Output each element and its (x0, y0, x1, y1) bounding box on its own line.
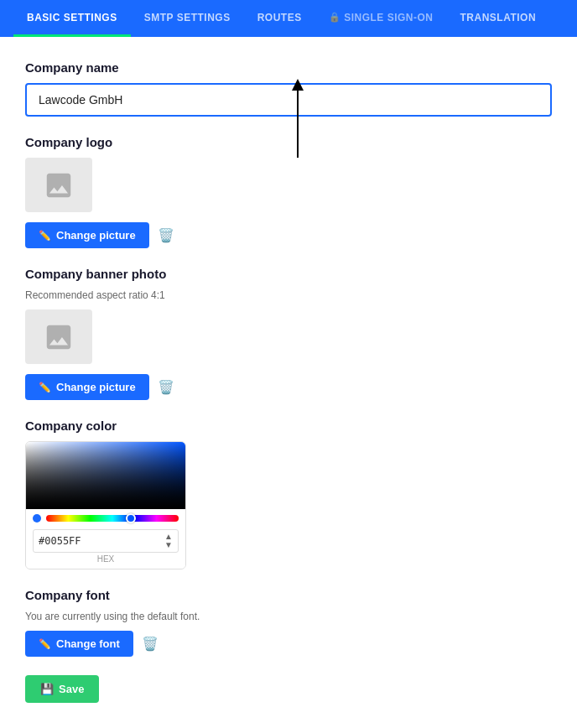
nav-bar: BASIC SETTINGS SMTP SETTINGS ROUTES 🔒 SI… (0, 0, 577, 37)
company-name-input[interactable] (25, 83, 552, 117)
logo-btn-row: ✏️ Change picture 🗑️ (25, 222, 552, 248)
delete-logo-button[interactable]: 🗑️ (158, 227, 174, 243)
banner-aspect-ratio-text: Recommended aspect ratio 4:1 (25, 289, 552, 301)
blue-dot (33, 514, 41, 523)
hex-label: HEX (97, 554, 115, 564)
change-banner-label: Change picture (56, 381, 136, 393)
tab-routes[interactable]: ROUTES (244, 0, 315, 37)
tab-sso[interactable]: 🔒 SINGLE SIGN-ON (315, 0, 447, 37)
company-logo-label: Company logo (25, 135, 552, 149)
company-name-section: Company name (25, 60, 552, 117)
tab-translation-label: TRANSLATION (460, 12, 537, 23)
change-logo-button[interactable]: ✏️ Change picture (25, 222, 149, 248)
tab-basic-settings-label: BASIC SETTINGS (27, 12, 117, 23)
hex-value: #0055FF (39, 535, 81, 547)
tab-sso-label: SINGLE SIGN-ON (344, 12, 433, 23)
delete-banner-button[interactable]: 🗑️ (158, 379, 174, 395)
image-placeholder-icon (43, 169, 75, 201)
company-color-section: Company color #0055FF ▲ ▼ (25, 419, 552, 569)
change-font-label: Change font (56, 637, 120, 650)
company-banner-placeholder (25, 309, 92, 364)
tab-routes-label: ROUTES (257, 12, 302, 23)
pencil-icon: ✏️ (39, 230, 51, 242)
font-btn-row: ✏️ Change font 🗑️ (25, 631, 552, 657)
banner-image-placeholder-icon (43, 321, 75, 353)
arrow-head (292, 79, 304, 91)
change-logo-label: Change picture (56, 229, 136, 242)
company-banner-label: Company banner photo (25, 267, 552, 281)
font-trash-icon: 🗑️ (142, 636, 159, 652)
save-button[interactable]: 💾 Save (25, 675, 99, 703)
company-font-sub: You are currently using the default font… (25, 611, 552, 622)
hex-row: #0055FF ▲ ▼ HEX (26, 526, 185, 569)
company-banner-section: Company banner photo Recommended aspect … (25, 267, 552, 400)
hue-slider-row (26, 509, 185, 526)
arrow-line (297, 91, 299, 158)
trash-icon: 🗑️ (158, 227, 174, 243)
save-label: Save (59, 683, 84, 695)
hex-input-wrap[interactable]: #0055FF ▲ ▼ (33, 529, 179, 553)
lock-icon: 🔒 (329, 12, 341, 23)
company-name-label: Company name (25, 60, 552, 75)
change-banner-button[interactable]: ✏️ Change picture (25, 374, 149, 400)
company-logo-section: Company logo ✏️ Change picture 🗑️ (25, 135, 552, 248)
banner-trash-icon: 🗑️ (158, 379, 174, 395)
banner-pencil-icon: ✏️ (39, 382, 51, 393)
tab-smtp-settings[interactable]: SMTP SETTINGS (131, 0, 244, 37)
font-pencil-icon: ✏️ (39, 638, 51, 650)
tab-smtp-settings-label: SMTP SETTINGS (144, 12, 231, 23)
hue-thumb (126, 513, 136, 523)
tab-basic-settings[interactable]: BASIC SETTINGS (13, 0, 131, 37)
color-picker[interactable]: #0055FF ▲ ▼ HEX (25, 441, 186, 569)
company-logo-placeholder (25, 158, 92, 212)
hex-arrows[interactable]: ▲ ▼ (164, 533, 173, 549)
change-font-button[interactable]: ✏️ Change font (25, 631, 133, 657)
hex-down-arrow: ▼ (164, 541, 173, 549)
save-icon: 💾 (40, 683, 54, 695)
company-font-section: Company font You are currently using the… (25, 588, 552, 657)
tab-translation[interactable]: TRANSLATION (447, 0, 550, 37)
main-content: Company name Company logo ✏️ Change pict… (0, 37, 577, 728)
delete-font-button[interactable]: 🗑️ (142, 636, 159, 652)
color-gradient-area[interactable] (26, 442, 186, 509)
company-font-label: Company font (25, 588, 552, 602)
company-color-label: Company color (25, 419, 552, 433)
hue-slider[interactable] (46, 515, 179, 522)
banner-btn-row: ✏️ Change picture 🗑️ (25, 374, 552, 400)
arrow-indicator (292, 79, 304, 158)
